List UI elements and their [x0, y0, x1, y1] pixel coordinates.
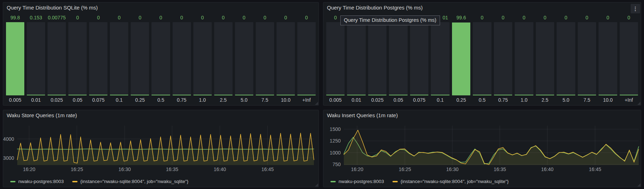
- bar-track: [27, 22, 45, 95]
- bar-fill: [173, 95, 191, 95]
- histogram-column-0.5: 00.5: [151, 14, 170, 103]
- histogram-column-7.5: 07.5: [256, 14, 274, 103]
- bar-fill: [620, 95, 638, 95]
- bar-track: [326, 22, 345, 95]
- bar-fill: [599, 95, 617, 95]
- x-tick-label: 16:30: [118, 166, 131, 172]
- bucket-label: 7.5: [578, 95, 596, 103]
- panel-resize-handle[interactable]: [315, 183, 318, 187]
- x-tick-label: 16:40: [214, 166, 226, 172]
- histogram-column-0.025: 0.007750.025: [48, 14, 66, 103]
- bar-fill: [431, 95, 449, 95]
- bar-track: [347, 22, 365, 95]
- panel-title-sqlite[interactable]: Query Time Distribution SQLite (% ms): [3, 2, 304, 13]
- histogram-postgres[interactable]: 00.0050.010.0250.050.075010.199.60.2500.…: [326, 14, 638, 103]
- panel-resize-handle[interactable]: [315, 102, 318, 105]
- bar-value-label: 0: [599, 14, 617, 22]
- legend-label: nwaku-postgres:8003: [339, 179, 384, 184]
- bucket-label: 0.75: [173, 95, 191, 103]
- y-tick-label: 1250: [330, 138, 341, 144]
- bar-fill: [214, 95, 233, 95]
- panel-resize-handle[interactable]: [637, 183, 640, 187]
- bucket-label: 0.5: [151, 95, 170, 103]
- legend-item-postgres[interactable]: nwaku-postgres:8003: [10, 179, 64, 184]
- bar-fill: [131, 95, 149, 95]
- legend-item-sqlite[interactable]: {instance="nwaku-sqlite:8004", job="nwak…: [72, 179, 188, 184]
- bar-fill: [473, 95, 491, 95]
- insert-queries-chart[interactable]: 15001250100075016:2016:2516:3016:3516:40…: [323, 121, 641, 175]
- bucket-label: 0.075: [89, 95, 107, 103]
- histogram-column-0.75: 00.75: [173, 14, 191, 103]
- bar-track: [473, 22, 491, 95]
- legend-item-sqlite[interactable]: {instance="nwaku-sqlite:8004", job="nwak…: [392, 179, 509, 184]
- histogram-column-0.1: 00.1: [110, 14, 128, 103]
- y-tick-label: 1000: [330, 150, 341, 156]
- bar-track: [131, 22, 149, 95]
- bar-track: [599, 22, 617, 95]
- panel-title-postgres[interactable]: Query Time Distribution Postgres (% ms): [323, 2, 627, 13]
- x-tick-label: 16:25: [399, 166, 411, 172]
- bar-track: [277, 22, 295, 95]
- bar-fill: [368, 95, 386, 95]
- panel-title-insert[interactable]: Waku Insert Queries (1m rate): [323, 110, 627, 121]
- panel-title-store[interactable]: Waku Store Queries (1m rate): [3, 110, 304, 121]
- panel-resize-handle[interactable]: [637, 102, 640, 105]
- bar-value-label: 0: [131, 14, 149, 22]
- panel-query-time-postgres: Query Time Distribution Postgres (% ms) …: [323, 2, 641, 106]
- bar-value-label: 0: [473, 14, 491, 22]
- histogram-column-0.005: 99.80.005: [6, 14, 24, 103]
- bar-value-label: 0: [173, 14, 191, 22]
- bar-track: [193, 22, 212, 95]
- bucket-label: 2.5: [214, 95, 233, 103]
- y-tick-label: 3000: [3, 155, 14, 161]
- legend-label: {instance="nwaku-sqlite:8004", job="nwak…: [80, 179, 188, 184]
- bucket-label: 10.0: [599, 95, 617, 103]
- panel-waku-insert-queries: Waku Insert Queries (1m rate) 1500125010…: [323, 110, 641, 187]
- bar-track: [557, 22, 575, 95]
- grafana-dashboard: Query Time Distribution SQLite (% ms) 99…: [0, 0, 644, 189]
- bucket-label: 0.01: [347, 95, 365, 103]
- x-tick-label: 16:45: [589, 166, 601, 172]
- panel-query-time-sqlite: Query Time Distribution SQLite (% ms) 99…: [3, 2, 319, 106]
- panel-menu-kebab-icon[interactable]: ⋮: [631, 4, 640, 13]
- histogram-column-10.0: 010.0: [599, 14, 617, 103]
- bar-track: [68, 22, 87, 95]
- bar-value-label: 0.153: [27, 14, 45, 22]
- bar-track: [494, 22, 512, 95]
- histogram-column-1.0: 01.0: [515, 14, 533, 103]
- bar-fill: [27, 95, 45, 95]
- legend-swatch-yellow: [72, 181, 78, 182]
- legend-item-postgres[interactable]: nwaku-postgres:8003: [330, 179, 384, 184]
- y-tick-label: 4000: [3, 136, 14, 142]
- histogram-sqlite[interactable]: 99.80.0050.1530.010.007750.02500.0500.07…: [6, 14, 316, 103]
- bar-track: [368, 22, 386, 95]
- bar-track: [173, 22, 191, 95]
- bar-fill: [347, 95, 365, 95]
- bar-track: [431, 22, 449, 95]
- bar-track: [89, 22, 107, 95]
- histogram-column-2.5: 02.5: [214, 14, 233, 103]
- bucket-label: 0.005: [326, 95, 345, 103]
- histogram-column-+Inf: 0+Inf: [297, 14, 316, 103]
- bar-value-label: 0: [557, 14, 575, 22]
- bucket-label: 0.25: [131, 95, 149, 103]
- bucket-label: 5.0: [235, 95, 253, 103]
- bar-fill: [326, 95, 345, 95]
- panel-waku-store-queries: Waku Store Queries (1m rate) 4000300016:…: [3, 110, 319, 187]
- legend-swatch-yellow: [392, 181, 398, 182]
- histogram-column-0.05: 0.05: [389, 14, 407, 103]
- histogram-column-1.0: 01.0: [193, 14, 212, 103]
- bucket-label: 0.025: [368, 95, 386, 103]
- bucket-label: +Inf: [620, 95, 638, 103]
- bucket-label: 0.025: [48, 95, 66, 103]
- bucket-label: 0.05: [389, 95, 407, 103]
- bucket-label: +Inf: [297, 95, 316, 103]
- bucket-label: 0.005: [6, 95, 24, 103]
- legend-swatch-green: [10, 181, 16, 182]
- x-tick-label: 16:25: [71, 166, 83, 172]
- bar-track: [410, 22, 428, 95]
- store-queries-chart[interactable]: 4000300016:2016:2516:3016:3516:4016:45: [3, 121, 318, 175]
- histogram-column-0.025: 0.025: [368, 14, 386, 103]
- bucket-label: 7.5: [256, 95, 274, 103]
- bucket-label: 0.75: [494, 95, 512, 103]
